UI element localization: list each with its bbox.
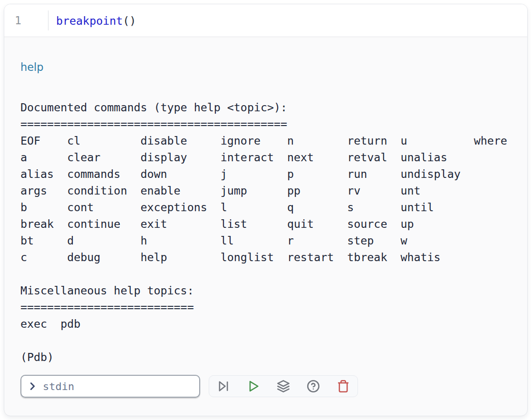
python-debugger-widget: 1 breakpoint() help Documented commands … (4, 4, 528, 416)
line-number: 1 (15, 14, 21, 27)
clear-button[interactable] (337, 380, 350, 393)
code-token-builtin: breakpoint (56, 14, 123, 27)
play-icon (247, 380, 260, 393)
console-output: Documented commands (type help <topic>):… (20, 99, 511, 365)
debugger-output-area: help Documented commands (type help <top… (4, 37, 527, 398)
code-editor: 1 breakpoint() (4, 4, 527, 37)
help-circle-icon (307, 380, 320, 393)
skip-forward-icon (217, 380, 230, 393)
trash-icon (337, 380, 350, 393)
code-line[interactable]: breakpoint() (48, 4, 136, 37)
chevron-right-icon (27, 381, 38, 391)
stdin-input[interactable] (42, 380, 193, 393)
layers-icon (277, 380, 290, 393)
stdin-box (20, 375, 200, 398)
line-number-gutter: 1 (4, 4, 48, 37)
debugger-controls (20, 375, 511, 398)
step-button[interactable] (217, 380, 230, 393)
stack-button[interactable] (277, 380, 290, 393)
help-button[interactable] (307, 380, 320, 393)
debugger-button-group (209, 375, 358, 397)
code-token-punctuation: () (123, 14, 136, 27)
command-echo: help (20, 60, 511, 74)
run-button[interactable] (247, 380, 260, 393)
